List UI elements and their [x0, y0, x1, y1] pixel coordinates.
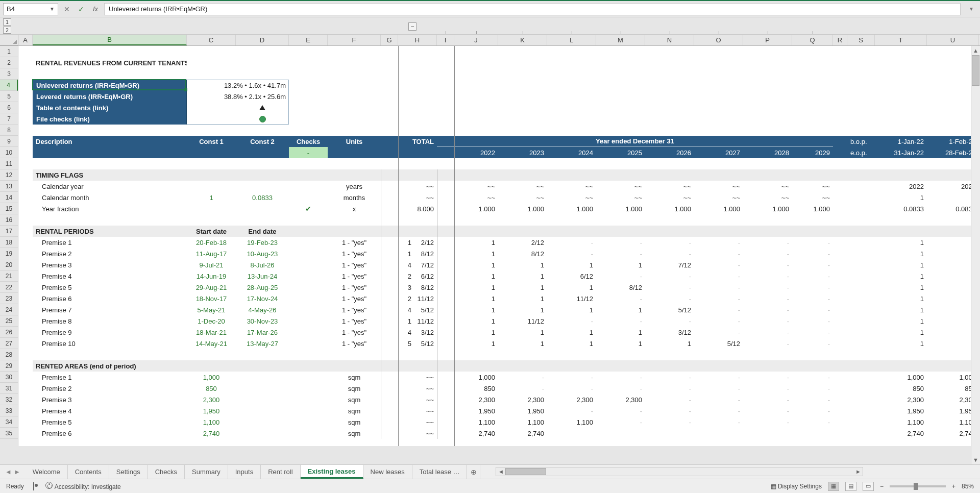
display-settings-button[interactable]: ▦ Display Settings [771, 483, 822, 490]
row-header-28[interactable]: 28 [0, 349, 18, 360]
cell-D24[interactable]: 4-May-26 [236, 304, 289, 315]
cell-M33[interactable]: - [596, 405, 645, 416]
cell-O21[interactable]: - [694, 270, 743, 282]
sheet-tab-rent-roll[interactable]: Rent roll [261, 465, 300, 479]
column-header-D[interactable]: D [236, 35, 289, 45]
cell-P24[interactable]: - [743, 304, 792, 315]
cell-H34[interactable]: ~~ [398, 416, 437, 428]
horizontal-scrollbar[interactable]: ◄ ► [496, 467, 863, 476]
tab-last-icon[interactable]: ► [14, 468, 20, 476]
cell-H24-frac[interactable]: 5/12 [414, 304, 437, 315]
column-header-A[interactable]: A [18, 35, 33, 45]
cell-H20-whole[interactable]: 4 [398, 259, 414, 270]
cell-H27-whole[interactable]: 5 [398, 338, 414, 349]
cell-E10[interactable]: - [289, 147, 328, 158]
column-header-R[interactable]: R [833, 35, 847, 45]
cell-P19[interactable]: - [743, 248, 792, 259]
cell-D23[interactable]: 17-Nov-24 [236, 293, 289, 304]
cell-H18-whole[interactable]: 1 [398, 237, 414, 248]
section-17[interactable]: RENTAL PERIODS [33, 226, 979, 237]
cell-F26[interactable]: 1 - "yes" [328, 327, 381, 338]
cell-O13[interactable]: ~~ [694, 181, 743, 192]
vscroll-thumb[interactable] [972, 55, 979, 86]
cell-D20[interactable]: 8-Jul-26 [236, 259, 289, 270]
select-all-corner[interactable] [0, 35, 18, 45]
cell-N22[interactable]: - [645, 282, 694, 293]
cell-Q20[interactable]: - [792, 259, 833, 270]
tab-first-icon[interactable]: ◄ [5, 468, 12, 476]
cell-M27[interactable]: 1 [596, 338, 645, 349]
zoom-out-icon[interactable]: − [880, 483, 884, 490]
cell-C33[interactable]: 1,950 [187, 405, 236, 416]
cell-L25[interactable]: - [547, 315, 596, 327]
cell-T27[interactable]: 1 [875, 338, 927, 349]
cell-B31[interactable]: Premise 2 [33, 383, 187, 394]
cell-S10[interactable]: e.o.p. [847, 147, 875, 158]
cell-C4[interactable]: 13.2% • 1.6x • 41.7m [187, 80, 289, 91]
cell-C14[interactable]: 1 [187, 192, 236, 203]
cell-K25[interactable]: 11/12 [498, 315, 547, 327]
cell-O33[interactable]: - [694, 405, 743, 416]
cell-L22[interactable]: 1 [547, 282, 596, 293]
zoom-slider[interactable] [890, 485, 946, 487]
cell-C22[interactable]: 29-Aug-21 [187, 282, 236, 293]
row-header-4[interactable]: 4 [0, 80, 18, 91]
row-header-17[interactable]: 17 [0, 226, 18, 237]
cell-N13[interactable]: ~~ [645, 181, 694, 192]
cell-H21-whole[interactable]: 2 [398, 270, 414, 282]
cell-J35[interactable]: 2,740 [454, 428, 498, 439]
sheet-tab-settings[interactable]: Settings [109, 465, 148, 479]
cell-D26[interactable]: 17-Mar-26 [236, 327, 289, 338]
cell-B35[interactable]: Premise 6 [33, 428, 187, 439]
cell-H30[interactable]: ~~ [398, 372, 437, 383]
cell-L24[interactable]: 1 [547, 304, 596, 315]
cell-H25-whole[interactable]: 1 [398, 315, 414, 327]
cell-N20[interactable]: 7/12 [645, 259, 694, 270]
row-header-20[interactable]: 20 [0, 259, 18, 270]
cell-O32[interactable]: - [694, 394, 743, 405]
row-header-31[interactable]: 31 [0, 383, 18, 394]
cell-B4[interactable]: Unlevered returns (IRR•EqM•GR) [33, 80, 187, 91]
cell-L13[interactable]: ~~ [547, 181, 596, 192]
cell-J34[interactable]: 1,100 [454, 416, 498, 428]
column-header-Q[interactable]: Q [792, 35, 833, 45]
cell-Q34[interactable]: - [792, 416, 833, 428]
cell-N27[interactable]: 1 [645, 338, 694, 349]
cell-N25[interactable]: - [645, 315, 694, 327]
cell-F14[interactable]: months [328, 192, 381, 203]
cell-L18[interactable]: - [547, 237, 596, 248]
cell-T18[interactable]: 1 [875, 237, 927, 248]
cell-K26[interactable]: 1 [498, 327, 547, 338]
row-header-11[interactable]: 11 [0, 158, 18, 169]
cell-O10[interactable]: 2027 [694, 147, 743, 158]
hscroll-thumb[interactable] [505, 468, 546, 475]
row-header-10[interactable]: 10 [0, 147, 18, 158]
column-header-E[interactable]: E [289, 35, 328, 45]
cell-M15[interactable]: 1.000 [596, 203, 645, 214]
cell-F35[interactable]: sqm [328, 428, 381, 439]
cell-C27[interactable]: 14-May-21 [187, 338, 236, 349]
column-header-N[interactable]: N [645, 35, 694, 45]
cell-Q14[interactable]: ~~ [792, 192, 833, 203]
cell-B5[interactable]: Levered returns (IRR•EqM•GR) [33, 91, 187, 102]
cell-F32[interactable]: sqm [328, 394, 381, 405]
cell-C26[interactable]: 18-Mar-21 [187, 327, 236, 338]
row-header-24[interactable]: 24 [0, 304, 18, 315]
cell-B22[interactable]: Premise 5 [33, 282, 187, 293]
cell-C32[interactable]: 2,300 [187, 394, 236, 405]
cell-N21[interactable]: - [645, 270, 694, 282]
cell-K30[interactable]: - [498, 372, 547, 383]
cell-H26-frac[interactable]: 3/12 [414, 327, 437, 338]
normal-view-icon[interactable]: ▦ [828, 482, 839, 491]
cell-H19-frac[interactable]: 8/12 [414, 248, 437, 259]
cell-J10[interactable]: 2022 [454, 147, 498, 158]
cell-M20[interactable]: 1 [596, 259, 645, 270]
cell-J21[interactable]: 1 [454, 270, 498, 282]
row-header-25[interactable]: 25 [0, 315, 18, 327]
cell-M25[interactable]: - [596, 315, 645, 327]
cell-N24[interactable]: 5/12 [645, 304, 694, 315]
cell-P22[interactable]: - [743, 282, 792, 293]
cell-M30[interactable]: - [596, 372, 645, 383]
cell-C18[interactable]: 20-Feb-18 [187, 237, 236, 248]
cell-E9[interactable]: Checks [289, 136, 328, 147]
